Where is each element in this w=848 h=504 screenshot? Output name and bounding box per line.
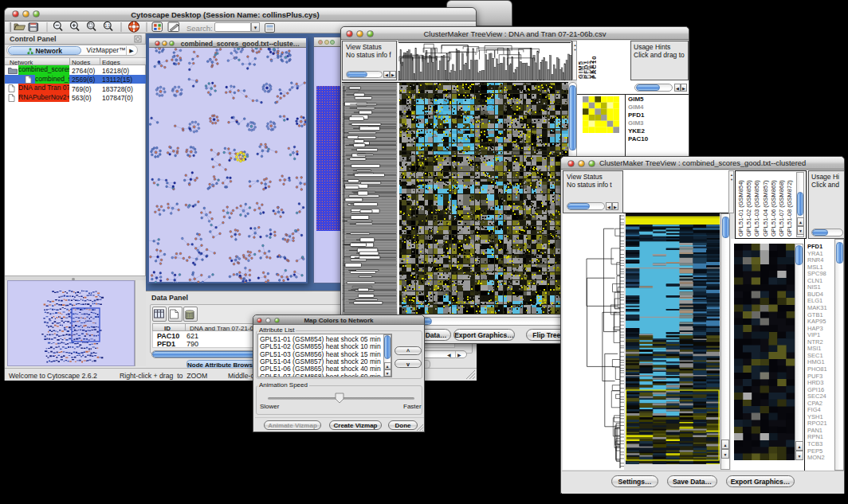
svg-text:GPL51-01 (GSM854): GPL51-01 (GSM854) (737, 180, 744, 236)
svg-text:GPL51-02 (GSM855): GPL51-02 (GSM855) (745, 180, 752, 236)
svg-text:1:1: 1:1 (104, 24, 110, 28)
svg-text:GPL51-06 (GSM865): GPL51-06 (GSM865) (770, 180, 777, 236)
svg-text:GPL51-03 (GSM856): GPL51-03 (GSM856) (753, 180, 760, 236)
svg-text:PAC10: PAC10 (591, 55, 596, 79)
svg-text:GPL51-04 (GSM857): GPL51-04 (GSM857) (762, 180, 769, 236)
svg-text:GPL51-08 (GSM872): GPL51-08 (GSM872) (786, 180, 793, 236)
svg-text:GPL51-07 (GSM868): GPL51-07 (GSM868) (778, 180, 785, 236)
